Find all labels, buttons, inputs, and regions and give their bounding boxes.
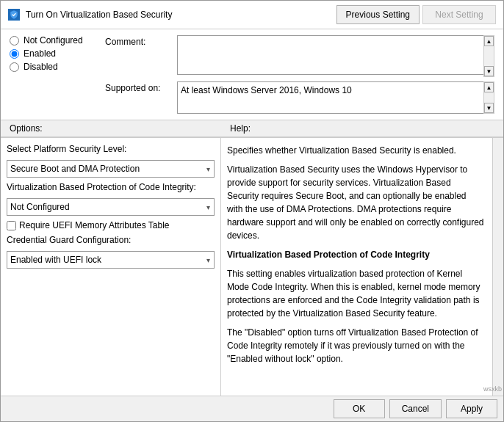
- next-setting-button[interactable]: Next Setting: [422, 5, 496, 24]
- title-bar: Turn On Virtualization Based Security Pr…: [1, 1, 503, 29]
- credential-guard-label: Credential Guard Configuration:: [7, 235, 215, 245]
- help-para-4: The "Disabled" option turns off Virtuali…: [227, 326, 484, 365]
- right-fields: Comment: ▲ ▼ Supported on: At least Wind…: [105, 35, 494, 114]
- radio-disabled[interactable]: Disabled: [10, 62, 90, 72]
- scroll-up-arrow[interactable]: ▲: [484, 36, 494, 46]
- uefi-checkbox-item[interactable]: Require UEFI Memory Attributes Table: [7, 220, 215, 230]
- title-buttons: Previous Setting Next Setting: [336, 5, 496, 24]
- supported-wrapper: At least Windows Server 2016, Windows 10…: [177, 81, 494, 114]
- apply-button[interactable]: Apply: [446, 399, 497, 418]
- radio-enabled[interactable]: Enabled: [10, 48, 90, 59]
- middle-labels: Options: Help:: [1, 120, 503, 137]
- title-bar-left: Turn On Virtualization Based Security: [8, 9, 172, 21]
- help-para-0: Specifies whether Virtualization Based S…: [227, 144, 484, 157]
- comment-row: Comment: ▲ ▼: [105, 35, 494, 77]
- cancel-button[interactable]: Cancel: [389, 399, 442, 418]
- shield-icon: [8, 9, 20, 21]
- help-content: Specifies whether Virtualization Based S…: [227, 144, 497, 365]
- scroll-down-arrow[interactable]: ▼: [484, 66, 494, 76]
- supported-scroll-up[interactable]: ▲: [484, 82, 494, 92]
- not-configured-label: Not Configured: [24, 35, 83, 46]
- help-para-2: Virtualization Based Protection of Code …: [227, 248, 484, 261]
- content-area: Not Configured Enabled Disabled Comment:: [1, 29, 503, 396]
- code-integrity-wrapper: Not Configured Enabled without lock Enab…: [7, 198, 215, 216]
- help-panel-label: Help:: [230, 123, 494, 134]
- options-panel: Select Platform Security Level: Secure B…: [1, 138, 221, 396]
- supported-scrollbar: ▲ ▼: [483, 81, 494, 114]
- supported-label: Supported on:: [105, 81, 171, 93]
- options-panel-label: Options:: [10, 123, 230, 134]
- code-integrity-select[interactable]: Not Configured Enabled without lock Enab…: [7, 198, 215, 216]
- comment-label: Comment:: [105, 35, 171, 47]
- platform-security-label: Select Platform Security Level:: [7, 144, 215, 154]
- disabled-label: Disabled: [24, 62, 58, 72]
- uefi-checkbox-label: Require UEFI Memory Attributes Table: [19, 220, 170, 230]
- comment-wrapper: ▲ ▼: [177, 35, 494, 77]
- watermark: wsxkb: [483, 385, 502, 395]
- help-para-1: Virtualization Based Security uses the W…: [227, 163, 484, 242]
- bottom-section: Select Platform Security Level: Secure B…: [1, 137, 503, 396]
- platform-security-wrapper: Secure Boot and DMA Protection Secure Bo…: [7, 160, 215, 178]
- top-section: Not Configured Enabled Disabled Comment:: [1, 29, 503, 120]
- radio-group: Not Configured Enabled Disabled: [10, 35, 90, 114]
- supported-row: Supported on: At least Windows Server 20…: [105, 81, 494, 114]
- credential-guard-select[interactable]: Disabled Enabled with UEFI lock Enabled …: [7, 251, 215, 269]
- uefi-checkbox[interactable]: [7, 221, 16, 230]
- help-para-3: This setting enables virtualization base…: [227, 267, 484, 320]
- radio-not-configured[interactable]: Not Configured: [10, 35, 90, 46]
- platform-security-select[interactable]: Secure Boot and DMA Protection Secure Bo…: [7, 160, 215, 178]
- previous-setting-button[interactable]: Previous Setting: [336, 5, 420, 24]
- dialog-window: Turn On Virtualization Based Security Pr…: [0, 0, 504, 422]
- supported-value: At least Windows Server 2016, Windows 10: [177, 81, 494, 114]
- supported-scroll-down[interactable]: ▼: [484, 103, 494, 113]
- credential-guard-wrapper: Disabled Enabled with UEFI lock Enabled …: [7, 251, 215, 269]
- comment-textarea[interactable]: [177, 35, 494, 75]
- comment-scrollbar: ▲ ▼: [483, 35, 494, 77]
- dialog-title: Turn On Virtualization Based Security: [26, 10, 172, 20]
- help-scrollbar: [492, 138, 503, 396]
- ok-button[interactable]: OK: [334, 399, 385, 418]
- help-panel: Specifies whether Virtualization Based S…: [221, 138, 503, 396]
- enabled-label: Enabled: [24, 48, 56, 59]
- code-integrity-label: Virtualization Based Protection of Code …: [7, 182, 215, 192]
- footer-bar: OK Cancel Apply: [1, 396, 503, 421]
